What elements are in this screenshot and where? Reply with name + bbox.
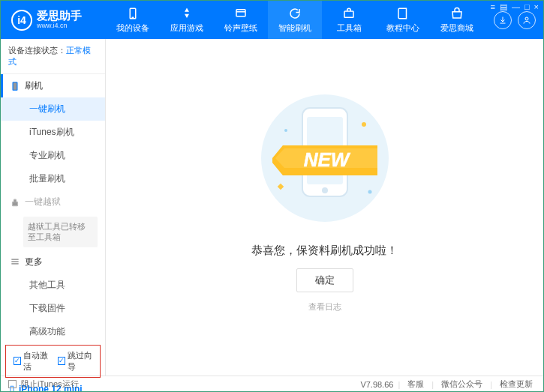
sidebar-item-pro-flash[interactable]: 专业刷机 — [1, 144, 105, 167]
jailbreak-note: 越狱工具已转移至工具箱 — [23, 217, 98, 247]
svg-text:NEW: NEW — [303, 148, 350, 171]
nav-ringtone-wallpaper[interactable]: 铃声壁纸 — [214, 1, 268, 39]
header-right — [494, 11, 543, 29]
phone-icon — [126, 7, 140, 20]
logo-icon: i4 — [11, 10, 32, 31]
wechat-link[interactable]: 微信公众号 — [438, 379, 485, 390]
nav-label: 智能刷机 — [278, 22, 311, 34]
settings-icon[interactable]: ≡ — [490, 2, 494, 12]
success-message: 恭喜您，保资料刷机成功啦！ — [251, 244, 398, 258]
connection-status: 设备连接状态：正常模式 — [1, 39, 105, 74]
svg-rect-2 — [236, 9, 245, 16]
app-title: 爱思助手 — [37, 10, 82, 22]
check-icon: ✓ — [58, 357, 65, 365]
sidebar-item-other-tools[interactable]: 其他工具 — [1, 274, 105, 297]
customer-service-link[interactable]: 客服 — [404, 379, 427, 390]
toolbox-icon — [342, 7, 356, 20]
sidebar-item-batch-flash[interactable]: 批量刷机 — [1, 167, 105, 190]
group-jailbreak[interactable]: 一键越狱 — [1, 190, 105, 214]
checkbox-skip-guide[interactable]: ✓跳过向导 — [58, 350, 93, 373]
nav-store[interactable]: 爱思商城 — [430, 1, 484, 39]
sidebar-item-advanced[interactable]: 高级功能 — [1, 320, 105, 343]
checkbox-block-itunes[interactable] — [8, 380, 17, 388]
svg-point-21 — [284, 129, 287, 132]
nav-toolbox[interactable]: 工具箱 — [322, 1, 376, 39]
sidebar-item-itunes-flash[interactable]: iTunes刷机 — [1, 121, 105, 144]
checkbox-label: 跳过向导 — [68, 350, 93, 373]
checkbox-row: ✓自动激活 ✓跳过向导 — [5, 345, 101, 378]
main-nav: 我的设备 应用游戏 铃声壁纸 智能刷机 工具箱 教程中心 爱思商城 — [106, 1, 494, 39]
version-label: V7.98.66 — [360, 380, 393, 389]
download-icon[interactable] — [494, 11, 512, 29]
svg-point-22 — [368, 190, 371, 194]
conn-label: 设备连接状态： — [8, 46, 66, 55]
app-url: www.i4.cn — [37, 22, 82, 30]
view-log-link[interactable]: 查看日志 — [308, 301, 341, 313]
group-flash[interactable]: 刷机 — [1, 74, 105, 97]
nav-label: 教程中心 — [386, 22, 419, 34]
block-itunes-label: 阻止iTunes运行 — [21, 379, 79, 390]
list-icon[interactable]: ▤ — [500, 2, 507, 12]
sidebar-item-download-firmware[interactable]: 下载固件 — [1, 297, 105, 320]
store-icon — [450, 7, 464, 20]
app-header: ≡ ▤ — □ × i4 爱思助手 www.i4.cn 我的设备 应用游戏 铃声… — [1, 1, 543, 39]
svg-point-16 — [322, 187, 328, 193]
group-title: 更多 — [25, 256, 43, 268]
user-icon[interactable] — [518, 11, 536, 29]
sidebar-item-onekey-flash[interactable]: 一键刷机 — [1, 97, 105, 121]
nav-label: 铃声壁纸 — [224, 22, 257, 34]
svg-point-6 — [525, 17, 528, 20]
nav-apps-games[interactable]: 应用游戏 — [160, 1, 214, 39]
check-update-link[interactable]: 检查更新 — [497, 379, 536, 390]
check-icon: ✓ — [14, 357, 21, 365]
minimize-icon[interactable]: — — [512, 2, 520, 12]
checkbox-label: 自动激活 — [23, 350, 49, 373]
window-controls: ≡ ▤ — □ × — [490, 2, 539, 12]
nav-label: 我的设备 — [116, 22, 149, 34]
main-content: NEW 恭喜您，保资料刷机成功啦！ 确定 查看日志 — [106, 39, 543, 376]
sidebar: 设备连接状态：正常模式 刷机 一键刷机 iTunes刷机 专业刷机 批量刷机 一… — [1, 39, 106, 376]
svg-point-20 — [362, 122, 366, 127]
media-icon — [234, 7, 248, 20]
refresh-icon — [288, 7, 302, 20]
success-illustration: NEW — [250, 87, 400, 232]
checkbox-auto-activate[interactable]: ✓自动激活 — [14, 350, 49, 373]
confirm-button[interactable]: 确定 — [296, 268, 353, 292]
group-title: 刷机 — [25, 79, 43, 92]
nav-label: 爱思商城 — [440, 22, 473, 34]
group-title: 一键越狱 — [25, 196, 61, 208]
nav-my-device[interactable]: 我的设备 — [106, 1, 160, 39]
group-more[interactable]: 更多 — [1, 250, 105, 274]
maximize-icon[interactable]: □ — [524, 2, 530, 12]
svg-rect-7 — [13, 82, 17, 90]
book-icon — [396, 7, 410, 20]
nav-label: 应用游戏 — [170, 22, 203, 34]
close-icon[interactable]: × — [534, 2, 539, 12]
logo-area[interactable]: i4 爱思助手 www.i4.cn — [1, 10, 106, 31]
nav-label: 工具箱 — [337, 22, 362, 34]
svg-rect-8 — [13, 202, 18, 205]
apps-icon — [180, 7, 194, 20]
svg-rect-4 — [344, 11, 353, 17]
nav-smart-flash[interactable]: 智能刷机 — [268, 1, 322, 39]
nav-tutorials[interactable]: 教程中心 — [376, 1, 430, 39]
